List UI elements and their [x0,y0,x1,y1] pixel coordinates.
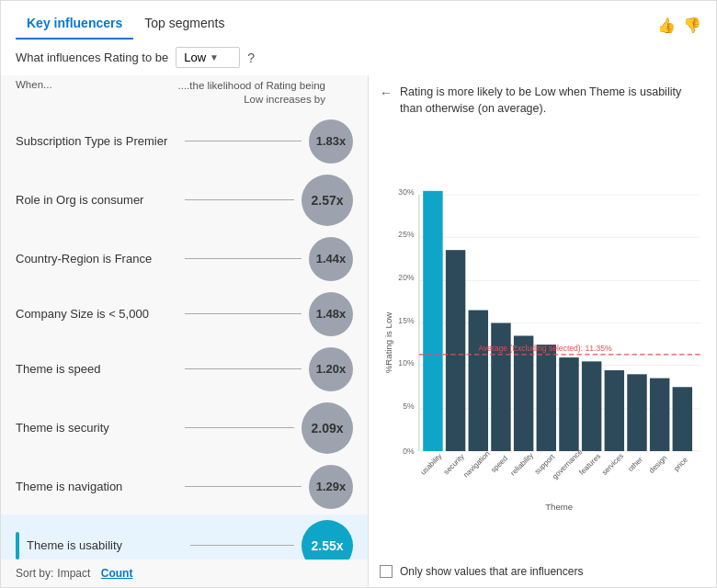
influencer-bubble: 2.09x [302,402,353,454]
main-content: When... ....the likelihood of Rating bei… [1,75,716,587]
likelihood-header: ....the likelihood of Rating being Low i… [171,79,354,107]
svg-text:20%: 20% [398,273,415,282]
connector-line [190,545,295,546]
sort-count[interactable]: Count [101,567,133,580]
svg-text:25%: 25% [398,230,415,239]
influencer-connector: 1.29x [185,465,354,509]
influencer-item[interactable]: Country-Region is France 1.44x [1,232,368,287]
svg-text:Average (Excluding selected): : Average (Excluding selected): 11.35% [478,344,612,353]
influencer-label: Theme is navigation [16,480,185,493]
sort-bar: Sort by: Impact Count [1,560,368,587]
connector-line [185,313,302,314]
bar-design[interactable] [650,379,669,451]
influencer-bubble: 1.48x [309,292,353,336]
connector-line [185,258,302,259]
svg-text:10%: 10% [398,358,415,368]
influencer-item[interactable]: Theme is security 2.09x [1,397,368,459]
tab-key-influencers[interactable]: Key influencers [16,10,133,40]
bar-reliability[interactable] [514,335,533,451]
thumbup-icon[interactable]: 👍 [657,17,676,34]
chevron-down-icon: ▼ [210,52,219,62]
svg-text:speed: speed [489,454,509,474]
influencer-item[interactable]: Theme is navigation 1.29x [1,459,368,514]
influencer-connector: 2.57x [185,175,354,226]
influencer-list: Subscription Type is Premier 1.83x Role … [1,110,368,560]
influencer-item[interactable]: Theme is speed 1.20x [1,342,368,397]
right-panel: ← Rating is more likely to be Low when T… [369,75,716,587]
selected-indicator [16,532,19,560]
svg-text:30%: 30% [398,187,415,197]
bar-chart: %Rating is Low 0% 5% 10% [380,126,705,560]
influencer-label: Theme is usability [27,538,190,552]
column-headers: When... ....the likelihood of Rating bei… [1,75,368,110]
influencer-bubble: 2.57x [302,175,353,226]
influencer-bubble: 1.29x [309,465,353,509]
right-panel-title: Rating is more likely to be Low when The… [400,85,705,117]
subtitle-bar: What influences Rating to be Low ▼ ? [1,40,716,75]
influencer-label: Role in Org is consumer [16,193,185,207]
influencer-connector: 1.48x [185,292,354,336]
bar-features[interactable] [582,361,601,451]
influencer-label: Theme is speed [16,362,185,376]
bar-price[interactable] [673,387,692,451]
connector-line [185,141,302,141]
influencer-item[interactable]: Role in Org is consumer 2.57x [1,169,368,232]
bar-governance[interactable] [559,357,578,451]
influencer-connector: 1.44x [185,237,354,281]
bar-navigation[interactable] [469,311,488,451]
bar-support[interactable] [537,345,556,451]
dropdown-value: Low [184,51,206,64]
chart-footer: Only show values that are influencers [380,560,705,578]
influencer-connector: 1.20x [185,347,354,391]
connector-line [185,427,295,428]
svg-text:usability: usability [419,452,444,477]
connector-line [185,486,302,487]
svg-text:other: other [627,455,645,473]
connector-line [185,368,302,369]
when-header: When... [16,79,171,107]
influencer-bubble: 2.55x [302,520,353,560]
influencer-label: Theme is security [16,421,185,435]
rating-dropdown[interactable]: Low ▼ [176,47,240,68]
svg-text:reliability: reliability [509,451,535,477]
back-arrow-icon[interactable]: ← [380,85,393,100]
help-icon[interactable]: ? [247,51,255,65]
svg-text:design: design [647,454,668,475]
svg-text:services: services [600,452,625,477]
bar-security[interactable] [446,250,465,451]
influencer-item-selected[interactable]: Theme is usability 2.55x [1,514,368,560]
bar-speed[interactable] [491,323,510,451]
svg-text:price: price [672,456,689,473]
influencer-filter-checkbox[interactable] [380,565,393,578]
bar-services[interactable] [605,370,624,451]
header: Key influencers Top segments 👍 👎 [1,1,716,40]
tab-top-segments[interactable]: Top segments [133,10,235,40]
tabs: Key influencers Top segments [16,10,235,40]
left-panel: When... ....the likelihood of Rating bei… [1,75,369,587]
svg-text:governance: governance [551,447,584,481]
sort-impact[interactable]: Impact [57,567,90,580]
influencer-connector: 1.83x [185,119,354,164]
sort-by-label: Sort by: [16,567,53,580]
influencer-label: Company Size is < 5,000 [16,307,185,321]
svg-text:%Rating is Low: %Rating is Low [383,312,393,373]
influencer-bubble: 1.20x [309,347,353,391]
subtitle-label: What influences Rating to be [16,51,168,64]
svg-text:navigation: navigation [461,449,491,479]
connector-line [185,199,295,200]
influencer-item[interactable]: Subscription Type is Premier 1.83x [1,114,368,169]
chart-svg-container: %Rating is Low 0% 5% 10% [380,126,705,560]
svg-text:15%: 15% [398,316,415,325]
chart-area: %Rating is Low 0% 5% 10% [380,126,705,578]
influencer-bubble: 1.83x [309,119,353,164]
influencer-filter-label: Only show values that are influencers [400,565,583,578]
sort-separator [94,567,97,580]
main-container: Key influencers Top segments 👍 👎 What in… [0,0,717,588]
svg-text:Theme: Theme [545,502,573,512]
influencer-item[interactable]: Company Size is < 5,000 1.48x [1,287,368,342]
thumbdown-icon[interactable]: 👎 [683,17,701,34]
bar-usability[interactable] [423,191,442,451]
right-panel-header: ← Rating is more likely to be Low when T… [380,85,705,117]
bar-other[interactable] [627,374,646,451]
influencer-connector: 2.55x [190,520,354,560]
